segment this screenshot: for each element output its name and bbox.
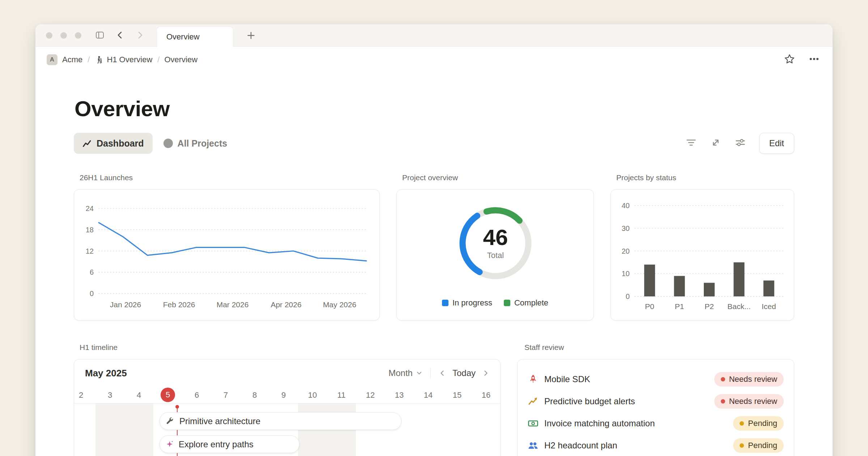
breadcrumb-workspace[interactable]: Acme xyxy=(62,55,82,64)
timeline-prev-icon[interactable] xyxy=(439,370,446,377)
staff-row[interactable]: Invoice matching automationPending xyxy=(518,412,794,434)
staff-card-label: Staff review xyxy=(517,343,794,352)
traffic-light-zoom[interactable] xyxy=(75,32,81,39)
x-axis-tick-label: P1 xyxy=(675,302,684,311)
donut-total-value: 46 xyxy=(483,226,508,249)
timeline-today-date[interactable]: 5 xyxy=(161,388,175,402)
legend-label: Complete xyxy=(514,298,548,308)
status-dot xyxy=(740,421,744,426)
y-axis-tick-label: 40 xyxy=(622,202,630,210)
status-text: Pending xyxy=(748,441,777,450)
y-axis-tick-label: 6 xyxy=(90,268,94,276)
card-labels-row: 26H1 Launches Project overview Projects … xyxy=(74,173,794,182)
favorite-star-icon[interactable] xyxy=(784,54,795,66)
legend-swatch xyxy=(442,300,448,306)
breadcrumb-parent[interactable]: H1 Overview xyxy=(107,55,152,64)
filter-icon[interactable] xyxy=(686,138,696,149)
breadcrumb-current[interactable]: Overview xyxy=(164,55,197,64)
timeline-item[interactable]: Explore entry paths xyxy=(159,435,299,453)
status-text: Needs review xyxy=(729,375,777,384)
timeline-date[interactable]: 16 xyxy=(472,387,501,403)
staff-review-card: Mobile SDKNeeds reviewPredictive budget … xyxy=(517,359,794,456)
edit-button[interactable]: Edit xyxy=(759,133,794,154)
legend-label: In progress xyxy=(452,298,492,308)
back-icon[interactable] xyxy=(115,30,125,40)
staff-item-label: Mobile SDK xyxy=(544,374,590,384)
projects-by-status-bar-card: 010203040P0P1P2Back...Iced xyxy=(610,189,794,321)
sparkle-icon xyxy=(165,440,174,449)
status-pill: Pending xyxy=(733,416,784,431)
x-axis-tick-label: Back... xyxy=(727,302,750,311)
timeline-date[interactable]: 12 xyxy=(356,387,385,403)
timeline-body: Primitive architectureExplore entry path… xyxy=(74,404,500,456)
timeline-date[interactable]: 2 xyxy=(74,387,95,403)
donut-total-label: Total xyxy=(487,251,504,260)
timeline-date[interactable]: 14 xyxy=(414,387,443,403)
timeline-date[interactable]: 3 xyxy=(95,387,124,403)
x-axis-tick-label: P0 xyxy=(645,302,654,311)
legend-swatch xyxy=(504,300,510,306)
timeline-date[interactable]: 7 xyxy=(211,387,240,403)
timeline-card-label: H1 timeline xyxy=(74,343,501,352)
timeline-date[interactable]: 10 xyxy=(298,387,327,403)
staff-row[interactable]: H2 headcount planPending xyxy=(518,434,794,456)
status-pill: Needs review xyxy=(714,394,784,409)
traffic-light-minimize[interactable] xyxy=(60,32,67,39)
staff-row[interactable]: Mobile SDKNeeds review xyxy=(518,368,794,390)
banknote-icon xyxy=(528,418,539,429)
timeline-view-label: Month xyxy=(388,368,413,378)
donut-legend: In progressComplete xyxy=(397,298,593,308)
app-window: Overview A Acme / H1 Overview / Overview… xyxy=(35,24,833,456)
breadcrumb: A Acme / H1 Overview / Overview xyxy=(35,47,833,73)
weekend-column xyxy=(124,404,153,456)
settings-sliders-icon[interactable] xyxy=(735,138,745,149)
expand-icon[interactable] xyxy=(711,138,721,149)
timeline-card: May 2025 Month Today xyxy=(74,359,501,456)
timeline-date[interactable]: 6 xyxy=(182,387,211,403)
breadcrumb-separator: / xyxy=(88,55,90,64)
x-axis-tick-label: Mar 2026 xyxy=(217,300,249,309)
timeline-date[interactable]: 9 xyxy=(269,387,298,403)
timeline-date[interactable]: 8 xyxy=(240,387,269,403)
bar xyxy=(644,265,655,296)
timeline-date[interactable]: 13 xyxy=(385,387,414,403)
bar xyxy=(763,280,774,296)
tab-dashboard-label: Dashboard xyxy=(97,138,144,149)
rocket-icon xyxy=(528,374,539,385)
timeline-view-dropdown[interactable]: Month xyxy=(388,368,422,378)
y-axis-tick-label: 30 xyxy=(622,224,630,232)
people-icon xyxy=(528,440,539,451)
tab-overview[interactable]: Overview xyxy=(157,26,233,47)
timeline-controls: Month Today xyxy=(388,368,489,378)
card-labels-row-2: H1 timeline Staff review xyxy=(74,343,794,352)
sidebar-toggle-icon[interactable] xyxy=(95,30,105,40)
x-axis-tick-label: May 2026 xyxy=(323,300,356,309)
status-dot xyxy=(721,399,725,404)
status-card-label: Projects by status xyxy=(610,173,794,182)
timeline-date[interactable]: 15 xyxy=(443,387,472,403)
timeline-today-button[interactable]: Today xyxy=(452,368,476,378)
timeline-header: May 2025 Month Today xyxy=(74,359,500,387)
tab-dashboard[interactable]: Dashboard xyxy=(74,133,153,154)
more-options-icon[interactable] xyxy=(809,54,820,66)
new-tab-icon[interactable] xyxy=(247,31,256,41)
timeline-date[interactable]: 4 xyxy=(124,387,153,403)
launches-line-chart-card: 06121824Jan 2026Feb 2026Mar 2026Apr 2026… xyxy=(74,189,380,321)
forward-icon[interactable] xyxy=(135,30,145,40)
tab-all-projects[interactable]: All Projects xyxy=(163,133,227,154)
timeline-date[interactable]: 11 xyxy=(327,387,356,403)
desktop: { "window": { "tab_title": "Overview", "… xyxy=(0,0,868,456)
x-axis-tick-label: Feb 2026 xyxy=(163,300,195,309)
legend-item: Complete xyxy=(504,298,548,308)
x-axis-tick-label: Iced xyxy=(762,302,776,311)
timeline-item[interactable]: Primitive architecture xyxy=(159,412,401,430)
bar-chart: 010203040P0P1P2Back...Iced xyxy=(611,190,794,321)
timeline-next-icon[interactable] xyxy=(482,370,489,377)
traffic-light-close[interactable] xyxy=(46,32,52,39)
divider xyxy=(430,368,431,378)
workspace-avatar[interactable]: A xyxy=(47,54,58,65)
line-chart-icon xyxy=(82,139,92,148)
tab-all-projects-label: All Projects xyxy=(178,138,227,149)
staff-row[interactable]: Predictive budget alertsNeeds review xyxy=(518,390,794,412)
timeline-item-label: Explore entry paths xyxy=(179,439,254,449)
